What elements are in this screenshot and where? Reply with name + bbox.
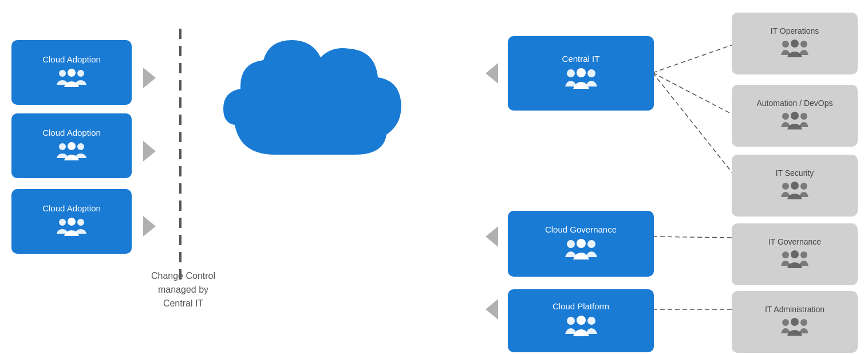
svg-point-34 bbox=[791, 250, 799, 258]
svg-point-7 bbox=[68, 69, 76, 77]
arrow-left-3 bbox=[486, 299, 498, 320]
svg-line-3 bbox=[653, 73, 733, 174]
central-it-box: Central IT bbox=[508, 36, 654, 111]
svg-point-21 bbox=[567, 317, 575, 325]
automation-devops-icon bbox=[781, 111, 808, 133]
adoption-label-1: Cloud Adoption bbox=[42, 54, 101, 64]
svg-point-18 bbox=[567, 240, 575, 248]
svg-point-15 bbox=[567, 69, 575, 77]
it-security-box: IT Security bbox=[732, 155, 858, 217]
cloud-platform-icon bbox=[565, 314, 597, 340]
it-operations-label: IT Operations bbox=[771, 26, 819, 36]
svg-point-10 bbox=[68, 142, 76, 150]
change-control-line2: managed by bbox=[158, 285, 208, 294]
people-icon-2 bbox=[57, 141, 86, 164]
it-administration-box: IT Administration bbox=[732, 291, 858, 353]
svg-point-36 bbox=[782, 319, 789, 326]
svg-point-11 bbox=[77, 143, 84, 150]
it-operations-box: IT Operations bbox=[732, 13, 858, 74]
svg-point-17 bbox=[587, 69, 595, 77]
svg-point-25 bbox=[791, 40, 799, 48]
svg-point-14 bbox=[77, 219, 84, 226]
svg-point-35 bbox=[800, 251, 807, 258]
it-administration-icon bbox=[781, 317, 808, 339]
arrow-left-1 bbox=[486, 63, 498, 84]
cloud-governance-icon bbox=[565, 238, 597, 263]
central-it-label: Central IT bbox=[562, 54, 600, 64]
svg-point-30 bbox=[782, 183, 789, 190]
svg-point-24 bbox=[782, 41, 789, 48]
svg-point-8 bbox=[77, 70, 84, 77]
cloud-shape bbox=[218, 29, 412, 178]
svg-point-19 bbox=[577, 239, 586, 248]
change-control-line1: Change Control bbox=[151, 271, 215, 281]
cloud-platform-label: Cloud Platform bbox=[553, 301, 609, 311]
svg-point-26 bbox=[800, 41, 807, 48]
svg-point-28 bbox=[791, 112, 799, 120]
adoption-box-3: Cloud Adoption bbox=[11, 189, 132, 254]
diagram-container: Cloud Adoption Cloud Adoption bbox=[0, 0, 868, 354]
svg-point-20 bbox=[587, 240, 595, 248]
it-operations-icon bbox=[781, 39, 808, 61]
adoption-label-3: Cloud Adoption bbox=[42, 203, 101, 213]
arrow-right-2 bbox=[143, 141, 156, 162]
cloud-governance-box: Cloud Governance bbox=[508, 211, 654, 277]
svg-point-9 bbox=[59, 143, 66, 150]
it-administration-label: IT Administration bbox=[765, 305, 824, 314]
svg-point-6 bbox=[59, 70, 66, 77]
it-governance-box: IT Governance bbox=[732, 223, 858, 285]
svg-point-29 bbox=[800, 113, 807, 120]
svg-point-33 bbox=[782, 251, 789, 258]
svg-point-38 bbox=[800, 319, 807, 326]
adoption-box-1: Cloud Adoption bbox=[11, 40, 132, 105]
svg-line-2 bbox=[653, 73, 733, 115]
adoption-label-2: Cloud Adoption bbox=[42, 128, 101, 137]
change-control-line3: Central IT bbox=[163, 298, 203, 308]
svg-point-22 bbox=[577, 316, 586, 325]
automation-devops-box: Automation / DevOps bbox=[732, 85, 858, 147]
central-it-icon bbox=[565, 67, 597, 93]
it-security-icon bbox=[781, 181, 808, 203]
change-control-text: Change Control managed by Central IT bbox=[137, 269, 229, 310]
automation-devops-label: Automation / DevOps bbox=[756, 99, 833, 108]
people-icon-1 bbox=[57, 68, 86, 91]
cloud-platform-box: Cloud Platform bbox=[508, 289, 654, 352]
arrow-right-1 bbox=[143, 68, 156, 88]
svg-point-27 bbox=[782, 113, 789, 120]
cloud-governance-label: Cloud Governance bbox=[545, 225, 617, 234]
svg-line-4 bbox=[653, 237, 733, 238]
svg-line-1 bbox=[653, 45, 733, 73]
svg-point-32 bbox=[800, 183, 807, 190]
svg-point-16 bbox=[577, 68, 586, 77]
adoption-box-2: Cloud Adoption bbox=[11, 113, 132, 178]
arrow-left-2 bbox=[486, 226, 498, 247]
people-icon-3 bbox=[57, 217, 86, 240]
svg-point-37 bbox=[791, 318, 799, 326]
svg-point-31 bbox=[791, 182, 799, 190]
it-governance-icon bbox=[781, 250, 808, 272]
svg-point-23 bbox=[587, 317, 595, 325]
it-governance-label: IT Governance bbox=[768, 237, 821, 246]
svg-point-12 bbox=[59, 219, 66, 226]
arrow-right-3 bbox=[143, 216, 156, 237]
svg-point-13 bbox=[68, 218, 76, 226]
it-security-label: IT Security bbox=[776, 168, 814, 178]
